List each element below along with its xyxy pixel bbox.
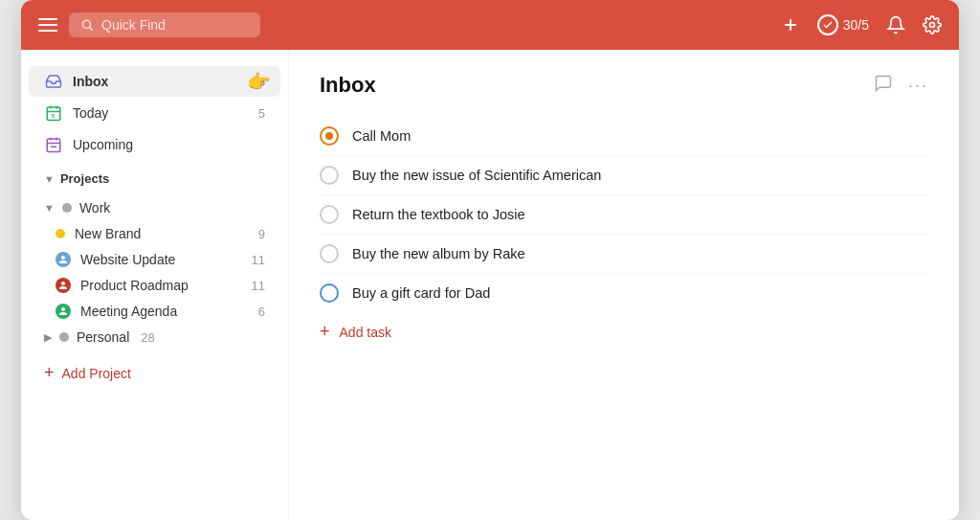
sidebar-item-inbox[interactable]: Inbox 5 👉 — [29, 66, 280, 97]
more-options-button[interactable]: ··· — [908, 76, 928, 96]
search-input[interactable] — [101, 17, 235, 33]
content-actions: ··· — [874, 74, 928, 98]
product-roadmap-icon — [56, 278, 71, 293]
inbox-icon — [44, 72, 63, 91]
task-text: Buy a gift card for Dad — [352, 285, 490, 301]
add-project-icon: + — [44, 363, 55, 383]
personal-label: Personal — [77, 329, 129, 345]
search-bar[interactable] — [69, 12, 260, 37]
project-item-website-update[interactable]: Website Update 11 — [29, 247, 280, 272]
project-item-meeting-agenda[interactable]: Meeting Agenda 6 — [29, 299, 280, 324]
personal-dot — [59, 332, 69, 342]
karma-count: 30/5 — [843, 17, 869, 33]
work-dot — [62, 203, 72, 213]
add-project-button[interactable]: + Add Project — [29, 357, 280, 389]
karma-badge[interactable]: 30/5 — [817, 14, 869, 35]
task-text: Call Mom — [352, 128, 411, 144]
add-task-button[interactable]: + Add task — [320, 312, 928, 351]
karma-icon — [817, 14, 838, 35]
meeting-agenda-icon — [56, 304, 71, 319]
upcoming-icon — [44, 135, 63, 154]
product-roadmap-count: 11 — [252, 279, 265, 293]
today-count: 5 — [258, 106, 265, 121]
sidebar: Inbox 5 👉 5 Today 5 — [21, 50, 289, 520]
task-text: Return the textbook to Josie — [352, 207, 525, 222]
sidebar-item-today[interactable]: 5 Today 5 — [29, 98, 280, 128]
work-label: Work — [79, 200, 110, 215]
new-brand-label: New Brand — [75, 226, 249, 241]
task-checkbox[interactable] — [320, 244, 339, 263]
content-title: Inbox — [320, 73, 874, 98]
meeting-agenda-count: 6 — [258, 305, 265, 319]
new-brand-dot — [56, 229, 65, 238]
upcoming-label: Upcoming — [73, 137, 265, 152]
content-area: Inbox ··· Call Mom — [289, 50, 959, 520]
task-list: Call Mom Buy the new issue of Scientific… — [320, 117, 928, 312]
app-window: 30/5 — [21, 0, 959, 520]
project-item-new-brand[interactable]: New Brand 9 — [29, 221, 280, 246]
work-chevron: ▼ — [44, 202, 55, 214]
website-update-count: 11 — [252, 253, 265, 267]
projects-chevron: ▼ — [44, 173, 55, 185]
personal-chevron: ▶ — [44, 331, 52, 344]
add-task-icon: + — [320, 322, 330, 342]
task-item[interactable]: Return the textbook to Josie — [320, 195, 928, 235]
search-icon — [80, 18, 94, 32]
new-brand-count: 9 — [258, 227, 265, 241]
menu-button[interactable] — [38, 18, 57, 32]
settings-button[interactable] — [923, 15, 942, 34]
personal-row[interactable]: ▶ Personal 28 — [29, 325, 280, 350]
svg-line-1 — [90, 28, 93, 31]
header-actions: 30/5 — [781, 14, 942, 35]
meeting-agenda-label: Meeting Agenda — [80, 304, 249, 319]
website-update-label: Website Update — [80, 252, 242, 267]
add-project-label: Add Project — [62, 366, 131, 381]
svg-text:5: 5 — [52, 113, 56, 119]
inbox-label: Inbox — [73, 74, 249, 89]
content-header: Inbox ··· — [320, 73, 928, 98]
task-item[interactable]: Buy the new album by Rake — [320, 235, 928, 274]
project-item-product-roadmap[interactable]: Product Roadmap 11 — [29, 273, 280, 298]
svg-point-0 — [82, 20, 90, 28]
inbox-count: 5 — [258, 75, 265, 89]
ellipsis-icon: ··· — [908, 76, 928, 95]
work-collapse-row[interactable]: ▼ Work — [29, 195, 280, 220]
header: 30/5 — [21, 0, 959, 50]
task-item[interactable]: Buy a gift card for Dad — [320, 274, 928, 312]
add-task-label: Add task — [340, 325, 391, 340]
notifications-button[interactable] — [886, 15, 905, 34]
comment-button[interactable] — [874, 74, 893, 98]
add-button[interactable] — [781, 15, 800, 34]
main-layout: Inbox 5 👉 5 Today 5 — [21, 50, 959, 520]
task-checkbox[interactable] — [320, 126, 339, 146]
projects-section-header[interactable]: ▼ Projects — [29, 164, 280, 193]
task-checkbox[interactable] — [320, 205, 339, 224]
svg-point-4 — [930, 23, 935, 28]
task-checkbox[interactable] — [320, 283, 339, 303]
personal-count: 28 — [141, 330, 154, 345]
today-icon: 5 — [44, 103, 63, 123]
today-label: Today — [73, 105, 249, 121]
task-checkbox[interactable] — [320, 166, 339, 185]
task-item[interactable]: Buy the new issue of Scientific American — [320, 156, 928, 195]
product-roadmap-label: Product Roadmap — [80, 278, 242, 293]
projects-section-title: Projects — [60, 171, 109, 186]
website-update-icon — [56, 252, 71, 267]
sidebar-item-upcoming[interactable]: Upcoming — [29, 129, 280, 160]
task-text: Buy the new issue of Scientific American — [352, 168, 601, 183]
task-item[interactable]: Call Mom — [320, 117, 928, 156]
svg-rect-10 — [47, 139, 60, 152]
task-text: Buy the new album by Rake — [352, 246, 525, 261]
